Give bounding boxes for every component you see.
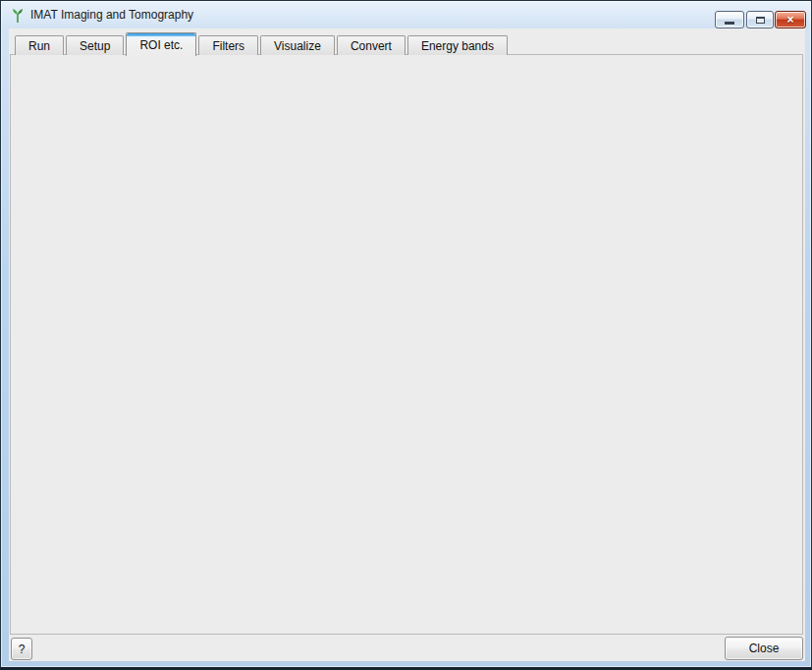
tab-convert[interactable]: Convert: [337, 35, 406, 55]
plant-icon: [11, 8, 25, 24]
maximize-button[interactable]: [746, 11, 774, 28]
window-title: IMAT Imaging and Tomography: [30, 7, 193, 24]
tab-energy-bands[interactable]: Energy bands: [407, 35, 508, 55]
close-window-button[interactable]: ×: [775, 11, 806, 28]
tab-run[interactable]: Run: [15, 35, 64, 55]
close-icon: ×: [786, 13, 793, 27]
tab-page: [10, 54, 803, 635]
tab-bar: Run Setup ROI etc. Filters Visualize Con…: [15, 31, 510, 55]
close-button[interactable]: Close: [725, 637, 803, 660]
maximize-icon: [756, 17, 765, 24]
help-button[interactable]: ?: [11, 638, 32, 660]
app-window: IMAT Imaging and Tomography × Run Setup …: [0, 0, 812, 670]
tab-visualize[interactable]: Visualize: [260, 35, 335, 55]
title-bar[interactable]: IMAT Imaging and Tomography ×: [1, 1, 811, 28]
tab-roi-etc[interactable]: ROI etc.: [126, 32, 196, 56]
minimize-icon: [725, 22, 734, 25]
tab-setup[interactable]: Setup: [66, 35, 124, 55]
minimize-button[interactable]: [715, 11, 744, 28]
tab-filters[interactable]: Filters: [198, 35, 258, 55]
